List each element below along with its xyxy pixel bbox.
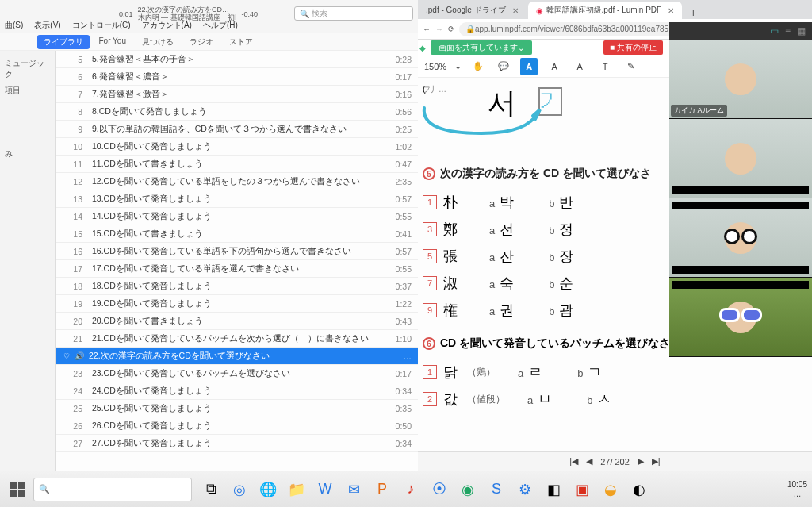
stop-share-button[interactable]: ■ 共有の停止 xyxy=(603,40,663,55)
tab-radio[interactable]: ラジオ xyxy=(183,35,220,49)
track-duration: 0:17 xyxy=(385,72,418,82)
next-page-button[interactable]: ▶ xyxy=(638,456,644,467)
video-tile[interactable]: カイカ Aルーム xyxy=(669,40,812,119)
video-tile[interactable] xyxy=(669,278,812,357)
line-icon[interactable]: ◉ xyxy=(454,476,481,503)
track-row[interactable]: 2424.CDを聞いて発音しましょう0:34 xyxy=(56,382,418,400)
zoom-icon[interactable]: ⦿ xyxy=(426,476,453,503)
mail-icon[interactable]: ✉ xyxy=(340,476,367,503)
close-icon[interactable]: ✕ xyxy=(668,6,674,15)
video-tile[interactable] xyxy=(669,198,812,278)
track-title: 18.CDを聞いて発音しましょう xyxy=(92,281,385,292)
last-page-button[interactable]: ▶| xyxy=(652,456,661,467)
windows-taskbar: 🔍 ⧉ ◎ 🌐 📁 W ✉ P ♪ ⦿ ◉ S ⚙ ◧ ▣ ◒ ◐ 10:05 … xyxy=(0,471,812,507)
tab-foryou[interactable]: For You xyxy=(93,35,132,49)
browser-tab[interactable]: .pdf - Google ドライブ✕ xyxy=(418,2,527,19)
word-icon[interactable]: W xyxy=(312,476,339,503)
system-clock[interactable]: 10:05 … xyxy=(787,480,812,499)
track-row[interactable]: ♡🔊22.次の漢字の読み方をCDを聞いて選びなさい… xyxy=(56,348,418,365)
participant-name xyxy=(672,202,809,209)
track-row[interactable]: 1212.CDを聞いて発音している単語をしたの３つから選んで書きなさい2:35 xyxy=(56,173,418,190)
sidebar-item[interactable]: 項目 xyxy=(3,83,52,98)
sharing-indicator[interactable]: 画面を共有しています ⌄ xyxy=(431,40,532,55)
track-row[interactable]: 99.以下の単語の韓国語を、CDを聞いて３つから選んで書きなさい0:25 xyxy=(56,121,418,138)
forward-button[interactable]: → xyxy=(435,25,443,33)
track-row[interactable]: 77.発音練習＜激音＞0:16 xyxy=(56,86,418,103)
track-title: 24.CDを聞いて発音しましょう xyxy=(92,386,385,397)
track-row[interactable]: 2020.CDを聞いて書きましょう0:43 xyxy=(56,313,418,330)
first-page-button[interactable]: |◀ xyxy=(569,456,578,467)
sidebar-item[interactable]: ミュージック xyxy=(3,56,52,83)
track-number: 27 xyxy=(63,439,82,448)
track-row[interactable]: 55.発音練習＜基本の子音＞0:28 xyxy=(56,51,418,68)
tab-store[interactable]: ストア xyxy=(223,35,259,49)
chrome-icon[interactable]: 🌐 xyxy=(255,476,282,503)
now-playing[interactable]: 0:01 22.次の漢字の読み方をCD… 木内明 — 基礎韓国語講座 初Ⅰ -0… xyxy=(119,0,278,29)
now-playing-artist: 木内明 — 基礎韓国語講座 初Ⅰ xyxy=(138,14,237,22)
activity-icon[interactable]: ◐ xyxy=(626,476,653,503)
track-list[interactable]: 55.発音練習＜基本の子音＞0:2866.発音練習＜濃音＞0:1777.発音練習… xyxy=(56,51,418,471)
track-row[interactable]: 2323.CDを聞いて発音しているパッチムを選びなさい0:17 xyxy=(56,365,418,382)
tab-library[interactable]: ライブラリ xyxy=(37,35,90,49)
track-row[interactable]: 2626.CDを聞いて発音しましょう0:50 xyxy=(56,417,418,435)
hand-tool-icon[interactable]: ✋ xyxy=(469,58,487,75)
back-button[interactable]: ← xyxy=(423,25,431,33)
edge-icon[interactable]: ◎ xyxy=(226,476,253,503)
underline-tool[interactable]: A xyxy=(546,58,563,75)
tab-browse[interactable]: 見つける xyxy=(136,35,180,49)
insert-text-tool[interactable]: T xyxy=(596,58,614,75)
track-row[interactable]: 1616.CDを聞いて発音している単語を下の語句から選んで書きなさい0:57 xyxy=(56,243,418,260)
comment-icon[interactable]: 💬 xyxy=(495,58,512,75)
zoom-video-panel[interactable]: ▭ ≡ ▦ カイカ Aルーム xyxy=(669,22,812,357)
track-row[interactable]: 88.CDを聞いて発音しましょう0:56 xyxy=(56,103,418,121)
explorer-icon[interactable]: 📁 xyxy=(283,476,310,503)
track-row[interactable]: 1111.CDを聞いて書きましょう0:47 xyxy=(56,156,418,173)
track-row[interactable]: 1818.CDを聞いて発音しましょう0:37 xyxy=(56,278,418,295)
track-row[interactable]: 2525.CDを聞いて発音しましょう0:35 xyxy=(56,400,418,417)
track-row[interactable]: 1313.CDを聞いて発音しましょう0:57 xyxy=(56,190,418,208)
gallery-grid-icon[interactable]: ▦ xyxy=(797,25,806,36)
track-number: 8 xyxy=(63,107,82,117)
taskbar-search[interactable]: 🔍 xyxy=(33,478,192,501)
reload-button[interactable]: ⟳ xyxy=(448,25,454,33)
app-icon[interactable]: ◧ xyxy=(540,476,567,503)
new-tab-button[interactable]: + xyxy=(684,6,703,19)
track-duration: 0:57 xyxy=(385,247,418,256)
kakaotalk-icon[interactable]: ◒ xyxy=(597,476,624,503)
settings-icon[interactable]: ⚙ xyxy=(511,476,538,503)
track-title: 27.CDを聞いて発音しましょう xyxy=(92,438,385,449)
pen-tool[interactable]: ✎ xyxy=(622,58,639,75)
elapsed-time: 0:01 xyxy=(119,10,133,18)
gallery-strip-icon[interactable]: ≡ xyxy=(785,25,791,36)
track-row[interactable]: 2727.CDを聞いて発音しましょう0:34 xyxy=(56,435,418,452)
start-button[interactable] xyxy=(3,475,32,504)
zoom-level[interactable]: 150% xyxy=(424,62,446,71)
speaker-view-icon[interactable]: ▭ xyxy=(770,25,779,36)
itunes-icon[interactable]: ♪ xyxy=(397,476,424,503)
track-row[interactable]: 66.発音練習＜濃音＞0:17 xyxy=(56,68,418,86)
browser-tab-active[interactable]: ◉韓国語講座初級.pdf - Lumin PDF✕ xyxy=(528,2,683,19)
pdf-page-nav: |◀ ◀ 27/ 202 ▶ ▶| xyxy=(418,451,812,471)
page-indicator[interactable]: 27/ 202 xyxy=(600,457,630,467)
track-row[interactable]: 1919.CDを聞いて発音しましょう1:22 xyxy=(56,295,418,313)
strike-tool[interactable]: A xyxy=(571,58,588,75)
track-row[interactable]: 1414.CDを聞いて発音しましょう0:55 xyxy=(56,208,418,225)
skype-icon[interactable]: S xyxy=(483,476,510,503)
task-view-button[interactable]: ⧉ xyxy=(197,476,224,503)
close-icon[interactable]: ✕ xyxy=(512,6,519,15)
track-row[interactable]: 1010.CDを聞いて発音しましょう1:02 xyxy=(56,138,418,156)
prev-page-button[interactable]: ◀ xyxy=(586,456,592,467)
sidebar-item[interactable]: み xyxy=(3,146,52,162)
menu-view[interactable]: 表示(V) xyxy=(34,20,60,31)
track-row[interactable]: 2121.CDを聞いて発音しているパッチムを次から選び（ ）に書きなさい1:10 xyxy=(56,330,418,348)
chevron-down-icon[interactable]: ⌄ xyxy=(454,61,462,71)
track-row[interactable]: 1515.CDを聞いて書きましょう0:41 xyxy=(56,225,418,243)
powerpoint-icon[interactable]: P xyxy=(369,476,396,503)
menu-songs[interactable]: 曲(S) xyxy=(5,20,23,31)
app-icon[interactable]: ▣ xyxy=(569,476,596,503)
search-input[interactable]: 🔍 検索 xyxy=(294,6,413,21)
track-row[interactable]: 1717.CDを聞いて発音している単語を選んで書きなさい0:55 xyxy=(56,260,418,278)
video-tile[interactable] xyxy=(669,119,812,198)
track-duration: 0:25 xyxy=(385,125,418,134)
text-tool-button[interactable]: A xyxy=(520,58,538,75)
